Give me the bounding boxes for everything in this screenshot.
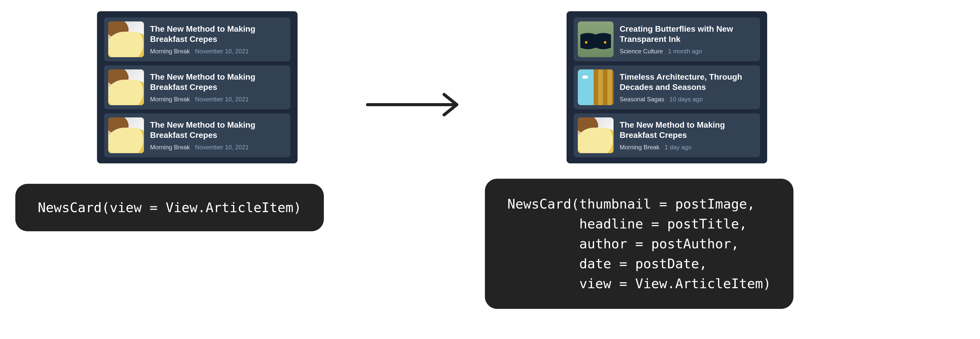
article-text: Timeless Architecture, Through Decades a…: [620, 69, 756, 105]
article-headline: The New Method to Making Breakfast Crepe…: [150, 24, 286, 44]
article-headline: Creating Butterflies with New Transparen…: [620, 24, 756, 44]
thumbnail-icon: [578, 21, 614, 57]
article-text: Creating Butterflies with New Transparen…: [620, 21, 756, 57]
thumbnail-icon: [578, 118, 614, 153]
article-date: November 10, 2021: [195, 144, 249, 151]
list-item: The New Method to Making Breakfast Crepe…: [104, 18, 290, 61]
thumbnail-icon: [578, 69, 614, 105]
article-text: The New Method to Making Breakfast Crepe…: [150, 21, 286, 57]
article-date: 1 month ago: [668, 48, 702, 55]
list-item: The New Method to Making Breakfast Crepe…: [104, 113, 290, 157]
list-item: The New Method to Making Breakfast Crepe…: [574, 113, 760, 157]
list-item: Timeless Architecture, Through Decades a…: [574, 65, 760, 109]
article-date: November 10, 2021: [195, 96, 249, 103]
article-date: 10 days ago: [670, 96, 703, 103]
article-meta: Morning Break November 10, 2021: [150, 144, 286, 151]
list-item: The New Method to Making Breakfast Crepe…: [104, 65, 290, 109]
article-meta: Morning Break November 10, 2021: [150, 48, 286, 55]
left-code-block: NewsCard(view = View.ArticleItem): [15, 184, 324, 231]
article-author: Seasonal Sagas: [620, 96, 664, 103]
thumbnail-icon: [108, 118, 144, 153]
left-column: The New Method to Making Breakfast Crepe…: [15, 11, 357, 231]
article-headline: The New Method to Making Breakfast Crepe…: [620, 120, 756, 140]
left-news-panel: The New Method to Making Breakfast Crepe…: [97, 11, 298, 163]
article-author: Morning Break: [150, 144, 190, 151]
article-text: The New Method to Making Breakfast Crepe…: [150, 118, 286, 153]
right-code-block: NewsCard(thumbnail = postImage, headline…: [485, 179, 794, 309]
article-meta: Seasonal Sagas 10 days ago: [620, 96, 756, 103]
article-author: Science Culture: [620, 48, 663, 55]
article-date: November 10, 2021: [195, 48, 249, 55]
arrow-icon: [365, 89, 467, 120]
thumbnail-icon: [108, 21, 144, 57]
article-meta: Morning Break November 10, 2021: [150, 96, 286, 103]
article-headline: The New Method to Making Breakfast Crepe…: [150, 120, 286, 140]
article-headline: Timeless Architecture, Through Decades a…: [620, 72, 756, 92]
article-meta: Morning Break 1 day ago: [620, 144, 756, 151]
article-author: Morning Break: [150, 48, 190, 55]
right-news-panel: Creating Butterflies with New Transparen…: [566, 11, 767, 163]
article-author: Morning Break: [620, 144, 659, 151]
article-date: 1 day ago: [665, 144, 691, 151]
article-meta: Science Culture 1 month ago: [620, 48, 756, 55]
article-headline: The New Method to Making Breakfast Crepe…: [150, 72, 286, 92]
article-text: The New Method to Making Breakfast Crepe…: [620, 118, 756, 153]
right-column: Creating Butterflies with New Transparen…: [485, 11, 950, 309]
article-text: The New Method to Making Breakfast Crepe…: [150, 69, 286, 105]
thumbnail-icon: [108, 69, 144, 105]
list-item: Creating Butterflies with New Transparen…: [574, 18, 760, 61]
article-author: Morning Break: [150, 96, 190, 103]
diagram-canvas: The New Method to Making Breakfast Crepe…: [0, 0, 980, 339]
